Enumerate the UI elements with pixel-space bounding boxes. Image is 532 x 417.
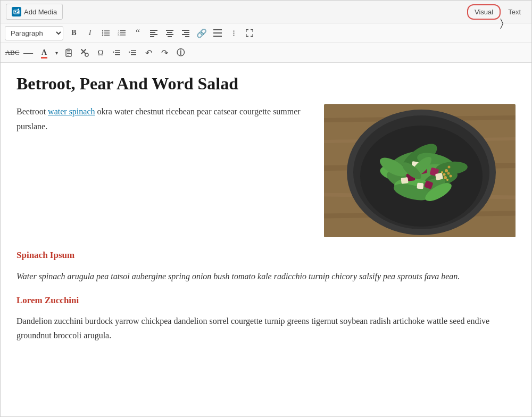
font-color-arrow[interactable]: ▾ [53,45,60,60]
editor-content[interactable]: Betroot, Pear And Word Salad Beetroot wa… [1,63,531,416]
strikethrough-button[interactable]: ABC [5,45,20,60]
toolbar-row-2: ABC ― A ▾ Ω ↶ ↷ ⓘ [1,43,531,63]
svg-rect-28 [185,36,189,37]
add-media-label: Add Media [24,8,57,16]
svg-rect-29 [213,32,222,34]
svg-rect-39 [253,34,254,37]
svg-rect-10 [104,35,110,36]
paragraph-3: Dandelion zucchini burdock yarrow chickp… [16,314,516,343]
svg-rect-51 [131,52,136,53]
svg-rect-16 [120,35,126,36]
svg-point-84 [445,169,448,172]
italic-button[interactable]: I [82,26,97,40]
svg-rect-83 [401,177,408,184]
outdent-button[interactable] [109,45,124,60]
svg-point-5 [102,30,103,31]
paragraph-1-before-link: Beetroot [16,107,48,116]
horizontal-rule-button[interactable] [210,26,225,40]
svg-point-88 [441,171,443,173]
svg-rect-4 [18,9,19,10]
svg-rect-24 [168,36,172,37]
blockquote-button[interactable]: “ [130,26,145,40]
svg-rect-46 [115,50,120,51]
section-heading-1: Spinach Ipsum [16,248,516,262]
unordered-list-button[interactable] [98,26,113,40]
svg-rect-82 [417,183,423,189]
svg-rect-22 [167,32,172,33]
paragraph-2-text: Water spinach arugula pea tatsoi aubergi… [16,272,460,281]
paragraph-1-link[interactable]: water spinach [48,107,95,116]
svg-rect-52 [131,54,136,55]
svg-rect-19 [150,34,157,35]
clear-formatting-button[interactable] [77,45,92,60]
paragraph-1-container: Beetroot water spinach okra water chestn… [16,104,313,237]
top-bar: Add Media Visual Text 〉 [1,1,531,23]
ordered-list-button[interactable]: 1.2.3. [114,26,129,40]
align-left-button[interactable] [146,26,161,40]
section-heading-2: Lorem Zucchini [16,293,516,307]
indent-button[interactable] [125,45,140,60]
svg-point-86 [447,172,450,175]
svg-point-87 [444,176,447,179]
svg-rect-44 [67,55,69,55]
svg-rect-18 [150,32,155,33]
svg-rect-12 [120,30,126,31]
paragraph-3-text: Dandelion zucchini burdock yarrow chickp… [16,316,489,340]
svg-point-45 [85,53,88,56]
svg-rect-20 [150,36,154,37]
content-title: Betroot, Pear And Word Salad [16,73,516,94]
tab-text[interactable]: Text [503,5,526,19]
svg-rect-33 [246,29,247,32]
svg-rect-30 [213,29,222,30]
svg-rect-25 [182,30,189,31]
svg-rect-14 [120,32,126,34]
help-button[interactable]: ⓘ [173,45,188,60]
svg-rect-23 [166,34,173,35]
align-right-button[interactable] [178,26,193,40]
svg-rect-35 [253,29,254,32]
paragraph-2: Water spinach arugula pea tatsoi aubergi… [16,269,516,283]
svg-rect-50 [131,50,136,51]
tab-area: Visual Text 〉 [467,4,526,20]
paragraph-select[interactable]: Paragraph Heading 1 Heading 2 Heading 3 … [5,26,63,40]
svg-point-1 [15,11,16,13]
svg-marker-49 [113,51,114,53]
hr-button[interactable]: ― [21,45,36,60]
paste-text-button[interactable] [61,45,76,60]
redo-button[interactable]: ↷ [157,45,172,60]
svg-point-85 [443,173,446,176]
add-media-button[interactable]: Add Media [6,4,63,20]
toolbar-row-1: Paragraph Heading 1 Heading 2 Heading 3 … [1,23,531,43]
salad-image [324,104,516,237]
fullscreen-button[interactable]: ⁝ [226,26,241,40]
svg-text:3.: 3. [118,34,120,36]
svg-point-90 [450,175,452,178]
svg-rect-42 [67,52,70,52]
undo-button[interactable]: ↶ [141,45,156,60]
distraction-free-button[interactable] [242,26,257,40]
insert-link-button[interactable]: 🔗 [194,26,209,40]
svg-rect-27 [182,34,189,35]
svg-rect-31 [213,36,222,37]
cursor-icon: 〉 [500,17,504,29]
svg-rect-37 [246,34,247,37]
paragraph-1: Beetroot water spinach okra water chestn… [16,104,313,133]
svg-rect-6 [104,30,110,31]
svg-rect-41 [67,49,70,51]
bold-button[interactable]: B [66,26,81,40]
svg-point-91 [446,179,448,181]
svg-rect-47 [115,52,120,53]
svg-rect-17 [150,30,157,31]
special-chars-button[interactable]: Ω [93,45,108,60]
svg-rect-21 [166,30,173,31]
editor-wrapper: Add Media Visual Text 〉 Paragraph Headin… [0,0,532,417]
svg-point-89 [448,166,451,169]
add-media-icon [12,7,21,16]
svg-point-9 [102,35,103,36]
align-center-button[interactable] [162,26,177,40]
svg-point-7 [102,32,103,34]
svg-rect-43 [67,53,71,54]
svg-marker-2 [16,11,19,13]
tab-visual[interactable]: Visual [467,4,501,20]
font-color-button[interactable]: A [37,45,52,60]
